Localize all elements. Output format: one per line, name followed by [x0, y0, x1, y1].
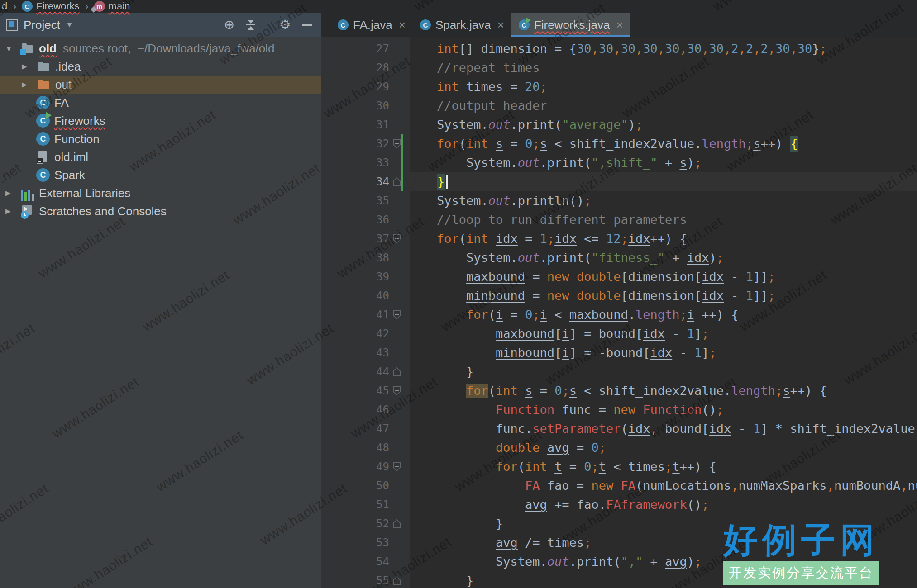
code-line-49[interactable]: 49 for(int t = 0;t < times;t++) {	[321, 457, 917, 476]
line-number[interactable]: 29	[321, 77, 389, 96]
code-line-47[interactable]: 47 func.setParameter(idx, bound[idx - 1]…	[321, 419, 917, 438]
code-line-34[interactable]: 34}	[321, 172, 917, 191]
line-number[interactable]: 32	[321, 134, 389, 153]
fold-end-icon[interactable]	[393, 519, 401, 528]
line-number[interactable]: 41	[321, 305, 389, 324]
line-number[interactable]: 53	[321, 533, 389, 552]
tab-Spark.java[interactable]: CSpark.java×	[413, 13, 511, 37]
line-number[interactable]: 50	[321, 476, 389, 495]
line-number[interactable]: 39	[321, 267, 389, 286]
tree-item-FA[interactable]: CFA	[0, 94, 321, 112]
tree-item-label: old	[39, 42, 57, 56]
tree-item-label: Scratches and Consoles	[39, 204, 167, 218]
fold-start-icon[interactable]	[393, 386, 401, 395]
breadcrumb-item-main[interactable]: mmain	[94, 0, 130, 12]
chevron-right-icon[interactable]: ▶	[20, 62, 37, 71]
line-number[interactable]: 46	[321, 400, 389, 419]
code-line-36[interactable]: 36//loop to run different parameters	[321, 210, 917, 229]
close-icon[interactable]: ×	[497, 18, 504, 32]
code-line-33[interactable]: 33 System.out.print(",shift_" + s);	[321, 153, 917, 172]
line-number[interactable]: 43	[321, 343, 389, 362]
fold-start-icon[interactable]	[393, 462, 401, 471]
chevron-right-icon[interactable]: ▶	[20, 81, 37, 89]
line-number[interactable]: 45	[321, 381, 389, 400]
close-icon[interactable]: ×	[616, 18, 623, 32]
line-number[interactable]: 55	[321, 571, 389, 588]
fold-end-icon[interactable]	[393, 576, 401, 585]
chevron-right-icon[interactable]: ▶	[4, 189, 21, 197]
line-number[interactable]: 42	[321, 324, 389, 343]
settings-gear-icon[interactable]: ⚙	[279, 19, 291, 31]
locate-icon[interactable]: ⊕	[224, 19, 234, 31]
code-line-45[interactable]: 45 for(int s = 0;s < shift_index2value.l…	[321, 381, 917, 400]
line-number[interactable]: 35	[321, 191, 389, 210]
tree-item-External Libraries[interactable]: ▶External Libraries	[0, 184, 321, 202]
fold-end-icon[interactable]	[393, 367, 401, 376]
code-line-35[interactable]: 35System.out.println();	[321, 191, 917, 210]
code-line-28[interactable]: 28//repeat times	[321, 58, 917, 77]
fold-start-icon[interactable]	[393, 310, 401, 319]
code-line-39[interactable]: 39 maxbound = new double[dimension[idx -…	[321, 267, 917, 286]
line-number[interactable]: 54	[321, 552, 389, 571]
code-editor[interactable]: 27int[] dimension = {30,30,30,30,30,30,3…	[321, 37, 917, 588]
fold-start-icon[interactable]	[393, 139, 401, 148]
line-number[interactable]: 34	[321, 172, 389, 191]
tab-FA.java[interactable]: CFA.java×	[330, 13, 413, 37]
fold-start-icon[interactable]	[393, 234, 401, 243]
code-line-42[interactable]: 42 maxbound[i] = bound[idx - 1];	[321, 324, 917, 343]
line-number[interactable]: 33	[321, 153, 389, 172]
code-line-40[interactable]: 40 minbound = new double[dimension[idx -…	[321, 286, 917, 305]
chevron-down-icon[interactable]: ▼	[66, 20, 73, 29]
close-icon[interactable]: ×	[399, 18, 406, 32]
code-line-29[interactable]: 29int times = 20;	[321, 77, 917, 96]
line-number[interactable]: 27	[321, 39, 389, 58]
code-line-38[interactable]: 38 System.out.print("fitness_" + idx);	[321, 248, 917, 267]
hide-panel-icon[interactable]	[302, 24, 312, 26]
tree-item-out[interactable]: ▶out	[0, 76, 321, 94]
tree-item-label: out	[55, 78, 72, 92]
chevron-down-icon[interactable]: ▼	[4, 45, 21, 52]
line-number[interactable]: 30	[321, 96, 389, 115]
code-line-50[interactable]: 50 FA fao = new FA(numLocations,numMaxSp…	[321, 476, 917, 495]
code-line-43[interactable]: 43 minbound[i] = -bound[idx - 1];	[321, 343, 917, 362]
line-number[interactable]: 51	[321, 495, 389, 514]
chevron-right-icon[interactable]: ▶	[4, 207, 21, 215]
code-line-51[interactable]: 51 avg += fao.FAframework();	[321, 495, 917, 514]
line-number[interactable]: 49	[321, 457, 389, 476]
line-number[interactable]: 38	[321, 248, 389, 267]
line-number[interactable]: 31	[321, 115, 389, 134]
code-line-31[interactable]: 31System.out.print("average");	[321, 115, 917, 134]
project-view-title[interactable]: Project	[24, 18, 60, 32]
line-number[interactable]: 47	[321, 419, 389, 438]
code-line-44[interactable]: 44 }	[321, 362, 917, 381]
tree-item-Scratches and Consoles[interactable]: ▶Scratches and Consoles	[0, 202, 321, 220]
tree-item-Function[interactable]: CFunction	[0, 130, 321, 148]
fold-end-icon[interactable]	[393, 177, 401, 186]
line-number[interactable]: 52	[321, 514, 389, 533]
tree-item-.idea[interactable]: ▶.idea	[0, 57, 321, 76]
code-line-27[interactable]: 27int[] dimension = {30,30,30,30,30,30,3…	[321, 39, 917, 58]
tree-item-old.iml[interactable]: old.iml	[0, 148, 321, 166]
code-line-32[interactable]: 32for(int s = 0;s < shift_index2value.le…	[321, 134, 917, 153]
tree-item-Spark[interactable]: CSpark	[0, 166, 321, 184]
code-line-41[interactable]: 41 for(i = 0;i < maxbound.length;i ++) {	[321, 305, 917, 324]
line-number[interactable]: 44	[321, 362, 389, 381]
code-line-30[interactable]: 30//output header	[321, 96, 917, 115]
code-line-48[interactable]: 48 double avg = 0;	[321, 438, 917, 457]
code-text: System.out.print("average");	[437, 115, 917, 134]
code-line-46[interactable]: 46 Function func = new Function();	[321, 400, 917, 419]
line-number[interactable]: 37	[321, 229, 389, 248]
tree-item-old[interactable]: ▼oldsources root, ~/Downloads/java_fwa/o…	[0, 39, 321, 57]
line-number[interactable]: 48	[321, 438, 389, 457]
line-number[interactable]: 28	[321, 58, 389, 77]
tree-item-Fireworks[interactable]: CFireworks	[0, 112, 321, 130]
code-line-37[interactable]: 37for(int idx = 1;idx <= 12;idx++) {	[321, 229, 917, 248]
line-number[interactable]: 36	[321, 210, 389, 229]
breadcrumb-item-Fireworks[interactable]: CFireworks	[22, 0, 79, 12]
collapse-all-icon[interactable]	[246, 20, 255, 30]
line-number[interactable]: 40	[321, 286, 389, 305]
tab-Fireworks.java[interactable]: CFireworks.java×	[511, 13, 630, 37]
breadcrumb-item-d[interactable]: d	[2, 0, 7, 12]
watermark-logo-subtitle: 开发实例分享交流平台	[723, 561, 879, 585]
tree-item-path: sources root, ~/Downloads/java_fwa/old	[63, 42, 275, 56]
